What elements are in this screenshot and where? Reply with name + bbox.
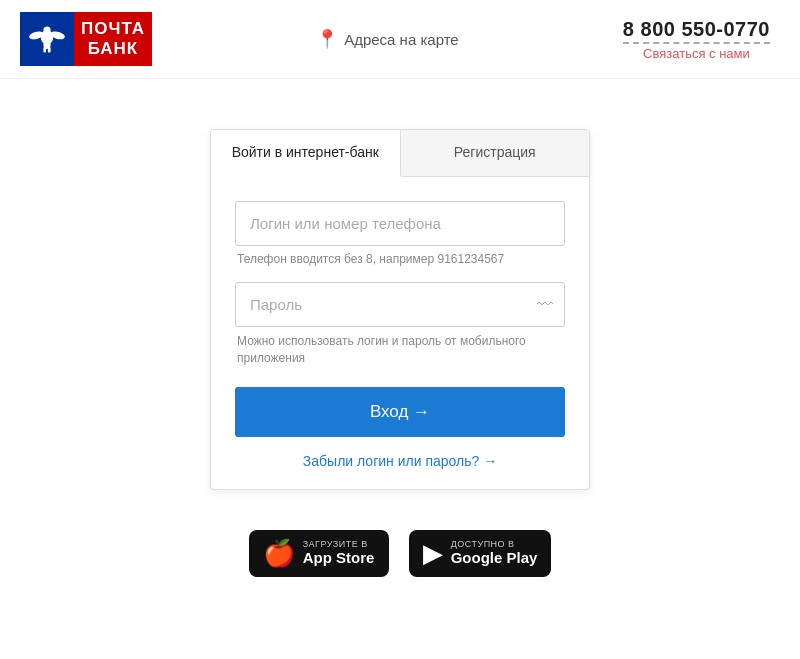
tab-register[interactable]: Регистрация xyxy=(401,130,590,176)
googleplay-icon: ▶ xyxy=(423,538,443,569)
password-hint: Можно использовать логин и пароль от моб… xyxy=(235,333,565,367)
eagle-icon xyxy=(29,21,65,57)
app-badges: 🍎 Загрузите в App Store ▶ ДОСТУПНО В Goo… xyxy=(249,530,552,577)
googleplay-large-text: Google Play xyxy=(451,549,538,567)
tab-bar: Войти в интернет-банк Регистрация xyxy=(211,130,589,177)
appstore-small-text: Загрузите в xyxy=(303,539,375,549)
password-input-group: 〰 xyxy=(235,282,565,327)
svg-rect-6 xyxy=(48,47,51,52)
password-input[interactable] xyxy=(235,282,565,327)
header: ПОЧТА БАНК 📍 Адреса на карте 8 800 550-0… xyxy=(0,0,800,79)
logo: ПОЧТА БАНК xyxy=(20,12,152,66)
contact-us-link[interactable]: Связаться с нами xyxy=(623,46,770,61)
googleplay-text: ДОСТУПНО В Google Play xyxy=(451,539,538,567)
logo-eagle-block xyxy=(20,12,74,66)
appstore-badge[interactable]: 🍎 Загрузите в App Store xyxy=(249,530,389,577)
svg-point-1 xyxy=(43,26,50,33)
login-card: Войти в интернет-банк Регистрация Телефо… xyxy=(210,129,590,490)
logo-line1: ПОЧТА xyxy=(81,19,145,39)
googleplay-badge[interactable]: ▶ ДОСТУПНО В Google Play xyxy=(409,530,552,577)
address-link[interactable]: 📍 Адреса на карте xyxy=(316,28,459,50)
appstore-text: Загрузите в App Store xyxy=(303,539,375,567)
login-hint: Телефон вводится без 8, например 9161234… xyxy=(235,252,565,266)
forgot-link[interactable]: Забыли логин или пароль? → xyxy=(235,453,565,469)
login-form: Телефон вводится без 8, например 9161234… xyxy=(211,177,589,489)
main-content: Войти в интернет-банк Регистрация Телефо… xyxy=(0,79,800,577)
tab-login[interactable]: Войти в интернет-банк xyxy=(211,130,401,177)
logo-text-block: ПОЧТА БАНК xyxy=(74,12,152,66)
pin-icon: 📍 xyxy=(316,28,338,50)
login-input-group xyxy=(235,201,565,246)
header-contact: 8 800 550-0770 Связаться с нами xyxy=(623,18,770,61)
svg-rect-5 xyxy=(43,47,46,52)
apple-icon: 🍎 xyxy=(263,538,295,569)
address-label: Адреса на карте xyxy=(344,31,459,48)
googleplay-small-text: ДОСТУПНО В xyxy=(451,539,538,549)
phone-number: 8 800 550-0770 xyxy=(623,18,770,44)
appstore-large-text: App Store xyxy=(303,549,375,567)
logo-line2: БАНК xyxy=(88,39,139,59)
login-input[interactable] xyxy=(235,201,565,246)
toggle-password-icon[interactable]: 〰 xyxy=(537,296,553,314)
login-button[interactable]: Вход → xyxy=(235,387,565,437)
